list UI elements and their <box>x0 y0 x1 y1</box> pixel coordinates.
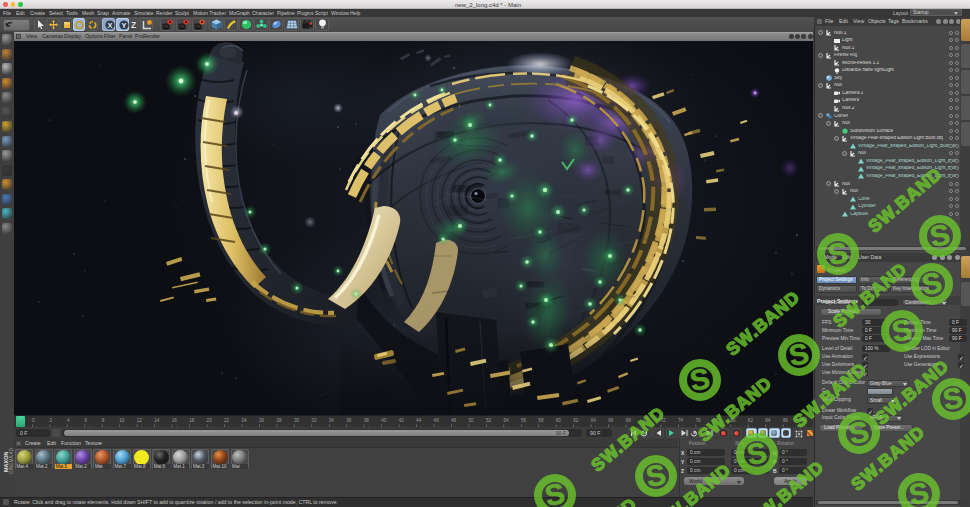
svg-text:8: 8 <box>102 418 105 423</box>
svg-text:28: 28 <box>276 418 282 423</box>
svg-text:4: 4 <box>67 418 70 423</box>
svg-text:6: 6 <box>84 418 87 423</box>
svg-text:36: 36 <box>346 418 352 423</box>
svg-text:26: 26 <box>259 418 265 423</box>
svg-text:58: 58 <box>538 418 544 423</box>
svg-text:46: 46 <box>434 418 440 423</box>
svg-text:60: 60 <box>556 418 562 423</box>
svg-text:54: 54 <box>503 418 509 423</box>
svg-text:56: 56 <box>521 418 527 423</box>
svg-text:22: 22 <box>224 418 230 423</box>
svg-text:70: 70 <box>643 418 649 423</box>
svg-text:20: 20 <box>207 418 213 423</box>
svg-text:76: 76 <box>695 418 701 423</box>
svg-text:64: 64 <box>591 418 597 423</box>
svg-text:34: 34 <box>329 418 335 423</box>
svg-text:30: 30 <box>294 418 300 423</box>
svg-text:74: 74 <box>678 418 684 423</box>
svg-text:42: 42 <box>399 418 405 423</box>
svg-text:24: 24 <box>242 418 248 423</box>
svg-text:0: 0 <box>32 418 35 423</box>
svg-text:44: 44 <box>416 418 422 423</box>
svg-text:2: 2 <box>49 418 52 423</box>
svg-text:88: 88 <box>800 418 806 423</box>
svg-text:14: 14 <box>154 418 160 423</box>
svg-text:38: 38 <box>364 418 370 423</box>
svg-text:52: 52 <box>486 418 492 423</box>
svg-text:12: 12 <box>137 418 143 423</box>
svg-text:48: 48 <box>451 418 457 423</box>
svg-text:78: 78 <box>713 418 719 423</box>
svg-text:32: 32 <box>311 418 317 423</box>
svg-text:62: 62 <box>573 418 579 423</box>
svg-text:68: 68 <box>626 418 632 423</box>
svg-text:10: 10 <box>119 418 125 423</box>
svg-text:86: 86 <box>783 418 789 423</box>
svg-text:18: 18 <box>189 418 195 423</box>
svg-text:Y: Y <box>121 20 126 29</box>
svg-text:66: 66 <box>608 418 614 423</box>
svg-text:72: 72 <box>661 418 667 423</box>
svg-text:82: 82 <box>748 418 754 423</box>
svg-text:80: 80 <box>730 418 736 423</box>
svg-text:84: 84 <box>765 418 771 423</box>
svg-text:16: 16 <box>172 418 178 423</box>
svg-text:40: 40 <box>381 418 387 423</box>
svg-text:50: 50 <box>469 418 475 423</box>
svg-text:X: X <box>107 20 112 29</box>
